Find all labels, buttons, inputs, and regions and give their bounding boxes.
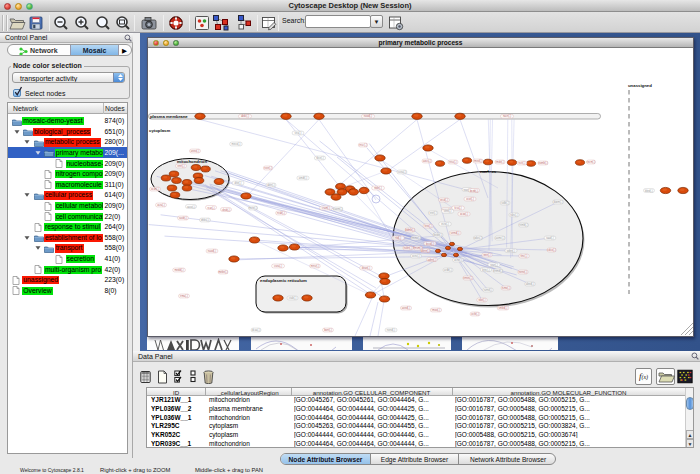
svg-text:rmed(-): rmed(-) xyxy=(474,159,483,163)
svg-text:endoplasmic reticulum: endoplasmic reticulum xyxy=(260,278,307,283)
svg-text:stdb(-): stdb(-) xyxy=(501,201,509,205)
svg-text:abed(-): abed(-) xyxy=(526,282,534,286)
svg-text:nacn(-): nacn(-) xyxy=(503,114,511,118)
svg-text:asno(-): asno(-) xyxy=(454,258,462,262)
svg-text:stra(-): stra(-) xyxy=(295,131,302,135)
svg-text:enmd(-): enmd(-) xyxy=(493,269,502,273)
svg-text:octb(-): octb(-) xyxy=(471,312,479,316)
svg-text:ocot(-): ocot(-) xyxy=(466,197,474,201)
svg-text:dbnn(-): dbnn(-) xyxy=(421,249,429,253)
svg-text:dnbs(-): dnbs(-) xyxy=(201,218,209,222)
svg-text:ntde(-): ntde(-) xyxy=(374,186,382,190)
svg-text:tcss(-): tcss(-) xyxy=(454,206,461,210)
svg-text:semd(-): semd(-) xyxy=(451,231,460,235)
svg-text:nobn(-): nobn(-) xyxy=(404,246,412,250)
svg-text:aeed(-): aeed(-) xyxy=(402,306,410,310)
svg-text:stnn(-): stnn(-) xyxy=(444,209,452,213)
svg-text:odos(-): odos(-) xyxy=(474,236,482,240)
svg-text:nctt(-): nctt(-) xyxy=(519,161,526,165)
svg-text:nond(-): nond(-) xyxy=(387,328,395,332)
svg-text:dtte(-): dtte(-) xyxy=(235,181,242,185)
svg-text:mnsr(-): mnsr(-) xyxy=(311,264,319,268)
svg-text:ocnc(-): ocnc(-) xyxy=(412,254,420,258)
svg-text:abdc(-): abdc(-) xyxy=(241,114,249,118)
svg-text:asra(-): asra(-) xyxy=(157,203,165,207)
svg-text:ttnc(-): ttnc(-) xyxy=(521,254,528,258)
svg-text:mitochondrion: mitochondrion xyxy=(177,159,207,164)
svg-text:bceb(-): bceb(-) xyxy=(470,189,478,193)
svg-text:rmmo(-): rmmo(-) xyxy=(411,236,420,240)
svg-text:smbd(-): smbd(-) xyxy=(499,306,508,310)
svg-text:enrt(-): enrt(-) xyxy=(177,164,184,168)
svg-text:ccna(-): ccna(-) xyxy=(398,170,406,174)
svg-text:ctab(-): ctab(-) xyxy=(289,296,297,300)
svg-text:esro(-): esro(-) xyxy=(441,222,449,226)
svg-text:rttd(-): rttd(-) xyxy=(395,236,401,240)
svg-text:plasma membrane: plasma membrane xyxy=(150,114,188,119)
svg-text:nnrr(-): nnrr(-) xyxy=(483,253,490,257)
svg-text:aomc(-): aomc(-) xyxy=(496,236,505,240)
svg-text:emes(-): emes(-) xyxy=(464,276,473,280)
svg-text:rdot(-): rdot(-) xyxy=(478,298,485,302)
svg-text:bdmb(-): bdmb(-) xyxy=(405,228,414,232)
svg-text:tbce(-): tbce(-) xyxy=(316,156,324,160)
svg-text:ercd(-): ercd(-) xyxy=(440,198,448,202)
svg-text:tsmo(-): tsmo(-) xyxy=(502,286,510,290)
svg-text:bccd(-): bccd(-) xyxy=(426,242,434,246)
svg-text:csea(-): csea(-) xyxy=(274,264,282,268)
svg-text:ocde(-): ocde(-) xyxy=(151,187,159,191)
svg-text:cdco(-): cdco(-) xyxy=(547,248,555,252)
svg-text:mebe(-): mebe(-) xyxy=(218,270,227,274)
svg-text:caem(-): caem(-) xyxy=(334,207,343,211)
svg-text:ntss(-): ntss(-) xyxy=(449,160,456,164)
svg-text:ramd(-): ramd(-) xyxy=(484,288,493,292)
svg-text:oden(-): oden(-) xyxy=(507,249,515,253)
svg-text:abtn(-): abtn(-) xyxy=(267,183,275,187)
svg-text:tmde(-): tmde(-) xyxy=(496,160,504,164)
svg-text:nrab(-): nrab(-) xyxy=(277,211,285,215)
svg-text:rcee(-): rcee(-) xyxy=(264,166,272,170)
svg-text:taad(-): taad(-) xyxy=(546,236,554,240)
svg-text:aoss(-): aoss(-) xyxy=(423,159,431,163)
svg-text:aneo(-): aneo(-) xyxy=(191,149,199,153)
svg-text:bont(-): bont(-) xyxy=(324,328,332,332)
svg-text:bbrd(-): bbrd(-) xyxy=(645,189,653,193)
svg-text:btnc(-): btnc(-) xyxy=(482,268,490,272)
svg-text:ntmb(-): ntmb(-) xyxy=(519,223,527,227)
svg-text:sasb(-): sasb(-) xyxy=(179,216,187,220)
svg-text:eomb(-): eomb(-) xyxy=(538,161,547,165)
svg-text:mcte(-): mcte(-) xyxy=(249,206,257,210)
svg-text:cbsb(-): cbsb(-) xyxy=(222,208,230,212)
svg-text:ocoo(-): ocoo(-) xyxy=(460,212,468,216)
svg-text:doem(-): doem(-) xyxy=(553,200,562,204)
svg-text:nene(-): nene(-) xyxy=(519,270,527,274)
svg-text:medd(-): medd(-) xyxy=(174,268,183,272)
svg-text:cytoplasm: cytoplasm xyxy=(149,128,170,133)
svg-text:tero(-): tero(-) xyxy=(424,224,431,228)
svg-text:naod(-): naod(-) xyxy=(208,249,216,253)
svg-text:ardb(-): ardb(-) xyxy=(444,268,452,272)
svg-text:rcar(-): rcar(-) xyxy=(207,206,214,210)
svg-text:bede(-): bede(-) xyxy=(434,233,442,237)
svg-text:nucleus: nucleus xyxy=(480,169,497,174)
svg-text:recm(-): recm(-) xyxy=(587,160,595,164)
svg-text:cram(-): cram(-) xyxy=(322,206,330,210)
svg-text:dcaa(-): dcaa(-) xyxy=(252,328,260,332)
svg-text:tsbs(-): tsbs(-) xyxy=(510,213,517,217)
svg-text:tmoo(-): tmoo(-) xyxy=(432,308,440,312)
svg-text:rnsc(-): rnsc(-) xyxy=(359,143,367,147)
svg-text:unassigned: unassigned xyxy=(628,83,652,88)
svg-text:meco(-): meco(-) xyxy=(232,142,241,146)
svg-text:aaso(-): aaso(-) xyxy=(187,205,195,209)
svg-text:adnn(-): adnn(-) xyxy=(428,258,436,262)
svg-text:eret(-): eret(-) xyxy=(429,211,436,215)
svg-text:sran(-): sran(-) xyxy=(490,263,498,267)
svg-text:amdt(-): amdt(-) xyxy=(299,176,307,180)
svg-text:dean(-): dean(-) xyxy=(362,266,370,270)
svg-text:nood(-): nood(-) xyxy=(364,114,372,118)
svg-text:trma(-): trma(-) xyxy=(180,294,188,298)
